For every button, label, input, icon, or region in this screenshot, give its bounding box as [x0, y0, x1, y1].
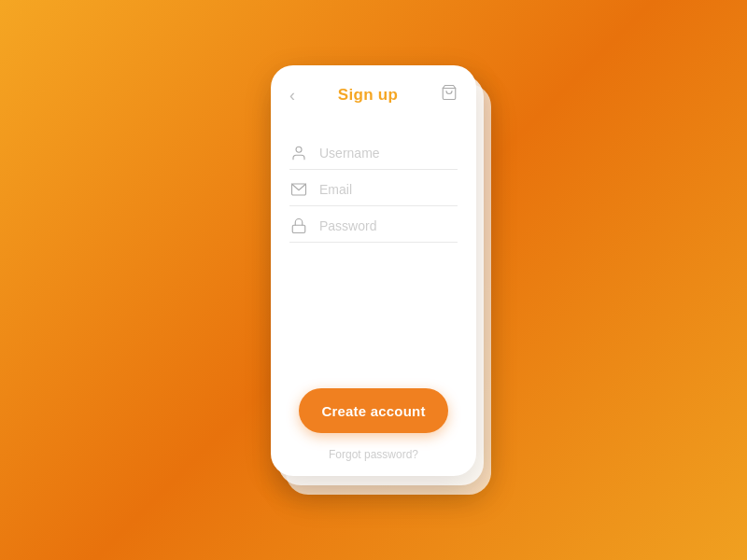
bag-icon[interactable]: [441, 84, 458, 105]
password-input[interactable]: [319, 218, 483, 233]
lock-icon: [289, 217, 308, 234]
svg-point-1: [296, 147, 302, 152]
card-header: ‹ Sign up: [271, 65, 476, 115]
svg-rect-3: [292, 225, 305, 232]
page-title: Sign up: [338, 86, 398, 105]
email-input[interactable]: [319, 182, 483, 197]
create-account-button[interactable]: Create account: [299, 388, 448, 433]
username-input[interactable]: [319, 146, 483, 161]
username-row: [289, 133, 458, 170]
mail-icon: [289, 181, 308, 198]
back-button[interactable]: ‹: [289, 87, 295, 104]
forgot-password-link[interactable]: Forgot password?: [329, 448, 418, 461]
card-stack: ‹ Sign up: [271, 65, 476, 495]
user-icon: [289, 145, 308, 161]
form-body: [271, 115, 476, 362]
card-footer: Create account Forgot password?: [271, 362, 476, 476]
shopping-bag-icon: [441, 84, 458, 101]
card-front: ‹ Sign up: [271, 65, 476, 476]
password-row: [289, 206, 458, 243]
email-row: [289, 170, 458, 206]
